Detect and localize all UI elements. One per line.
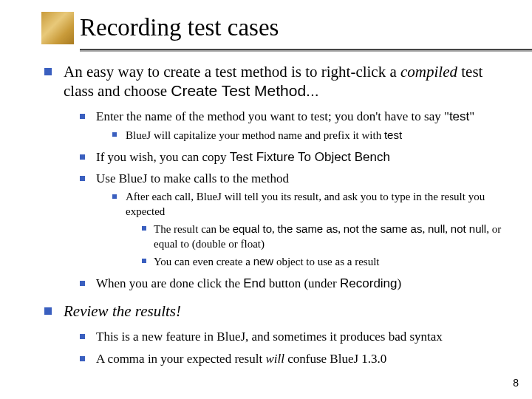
text: The result can be bbox=[154, 223, 233, 235]
text-italic: compiled bbox=[400, 63, 457, 81]
bullet-item: BlueJ will capitalize your method name a… bbox=[112, 128, 510, 143]
bullet-item: If you wish, you can copy Test Fixture T… bbox=[80, 149, 510, 166]
bullet-item: An easy way to create a test method is t… bbox=[44, 62, 510, 292]
text: ) bbox=[398, 276, 402, 290]
text: , bbox=[422, 223, 428, 235]
text: " bbox=[469, 109, 474, 123]
text-code: Recording bbox=[340, 276, 398, 290]
bullet-item: Use BlueJ to make calls to the method Af… bbox=[80, 171, 510, 269]
text-code: not the same as bbox=[344, 222, 423, 235]
text-code: new bbox=[253, 255, 274, 267]
slide: Recording test cases An easy way to crea… bbox=[0, 0, 532, 399]
text: This is a new feature in BlueJ, and some… bbox=[96, 330, 443, 344]
bullet-item: The result can be equal to, the same as,… bbox=[142, 222, 510, 251]
text: confuse BlueJ 1.3.0 bbox=[284, 352, 386, 366]
text: Use BlueJ to make calls to the method bbox=[96, 171, 289, 185]
text: , or bbox=[486, 223, 501, 235]
text-code: test bbox=[449, 109, 469, 123]
text-code: not null bbox=[451, 222, 486, 235]
text: object to use as a result bbox=[273, 256, 379, 267]
text-code: null bbox=[428, 222, 445, 235]
text-italic: Review the results! bbox=[64, 302, 181, 320]
text: If you wish, you can copy bbox=[96, 150, 230, 164]
text: button (under bbox=[265, 276, 340, 290]
text-italic: will bbox=[265, 352, 284, 366]
bullet-item: You can even create a new object to use … bbox=[142, 254, 510, 270]
text: BlueJ will capitalize your method name a… bbox=[126, 129, 384, 141]
text: After each call, BlueJ will tell you its… bbox=[126, 191, 485, 217]
slide-title: Recording test cases bbox=[80, 13, 510, 46]
bullet-item: This is a new feature in BlueJ, and some… bbox=[80, 329, 510, 345]
bullet-item: When you are done click the End button (… bbox=[80, 276, 510, 292]
text-code: End bbox=[243, 276, 265, 290]
text-code: the same as bbox=[278, 222, 338, 235]
text-code: Test Fixture To Object Bench bbox=[230, 150, 390, 164]
text-code: test bbox=[384, 129, 402, 141]
text-code: equal to bbox=[233, 222, 272, 235]
text: Enter the name of the method you want to… bbox=[96, 109, 449, 123]
page-number: 8 bbox=[513, 377, 519, 389]
text: When you are done click the bbox=[96, 276, 243, 290]
text: , bbox=[445, 223, 451, 235]
bullet-item: After each call, BlueJ will tell you its… bbox=[112, 190, 510, 270]
text: You can even create a bbox=[154, 256, 253, 267]
text: equal to (double or float) bbox=[154, 238, 265, 250]
text: , bbox=[272, 223, 278, 235]
text: An easy way to create a test method is t… bbox=[64, 63, 400, 81]
bullet-list: An easy way to create a test method is t… bbox=[44, 62, 510, 367]
bullet-item: Enter the name of the method you want to… bbox=[80, 109, 510, 143]
text: A comma in your expected result bbox=[96, 352, 265, 366]
text: , bbox=[338, 223, 344, 235]
bullet-item: Review the results! This is a new featur… bbox=[44, 301, 510, 366]
bullet-item: A comma in your expected result will con… bbox=[80, 351, 510, 367]
text-code: Create Test Method... bbox=[171, 82, 318, 99]
title-block: Recording test cases bbox=[80, 13, 510, 46]
